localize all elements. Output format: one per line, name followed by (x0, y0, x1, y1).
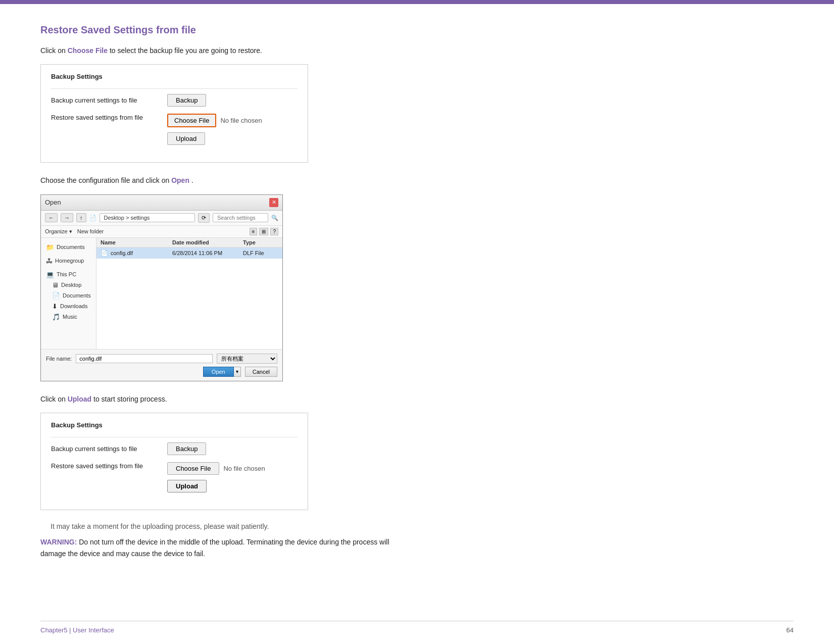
patience-note: It may take a moment for the uploading p… (40, 522, 414, 530)
sidebar-label-documents2: Documents (63, 292, 91, 299)
filetype-select[interactable]: 所有档案 (217, 354, 277, 364)
dialog-help-button[interactable]: ? (270, 228, 278, 235)
instruction-2: Choose the configuration file and click … (40, 175, 414, 186)
dialog-secondary-toolbar: Organize ▾ New folder ≡ ⊞ ? (41, 226, 282, 238)
col-name: Name (101, 239, 172, 245)
sidebar-item-documents[interactable]: 📁 Documents (44, 242, 93, 253)
upload-highlight: Upload (68, 395, 91, 403)
sidebar-label-documents: Documents (57, 244, 85, 250)
section-heading: Restore Saved Settings from file (40, 24, 414, 36)
instruction-1: Click on Choose File to select the backu… (40, 45, 414, 56)
sidebar-label-downloads: Downloads (60, 303, 87, 309)
instruction-3-prefix: Click on (40, 395, 68, 403)
music-icon: 🎵 (52, 313, 60, 321)
desktop-icon: 🖥 (52, 281, 59, 289)
restore-controls-2: Choose File No file chosen Upload (167, 462, 265, 492)
dialog-view-icons: ≡ ⊞ ? (250, 228, 278, 235)
backup-current-label-2: Backup current settings to file (51, 445, 167, 453)
dialog-title-bar: Open ✕ (41, 195, 282, 211)
restore-row-2: Restore saved settings from file Choose … (51, 462, 298, 492)
divider-1 (51, 88, 298, 89)
file-type-config: DLF File (243, 250, 278, 256)
divider-2 (51, 437, 298, 437)
col-type: Type (243, 239, 278, 245)
dialog-cancel-button[interactable]: Cancel (245, 367, 277, 377)
choose-file-button-1[interactable]: Choose File (167, 114, 216, 127)
documents-icon: 📁 (46, 243, 54, 251)
dialog-footer: File name: 所有档案 Open ▾ Cancel (41, 349, 282, 381)
footer-page-number: 64 (787, 626, 794, 634)
sidebar-item-documents2[interactable]: 📄 Documents (44, 290, 93, 301)
open-btn-group: Open ▾ (203, 367, 241, 377)
backup-box-1-title: Backup Settings (51, 73, 298, 80)
sidebar-item-downloads[interactable]: ⬇ Downloads (44, 301, 93, 312)
dialog-sidebar: 📁 Documents 🖧 Homegroup 💻 This PC 🖥 Desk… (41, 238, 96, 349)
choose-file-row-2: Choose File No file chosen (167, 462, 265, 475)
backup-current-row-2: Backup current settings to file Backup (51, 442, 298, 455)
sidebar-item-music[interactable]: 🎵 Music (44, 312, 93, 322)
dialog-open-dropdown[interactable]: ▾ (234, 367, 241, 377)
homegroup-icon: 🖧 (46, 257, 53, 265)
documents2-icon: 📄 (52, 292, 60, 300)
dialog-drive-icon: 📄 (89, 215, 96, 221)
page-footer: Chapter5 | User Interface 64 (40, 621, 794, 634)
instruction-2-prefix: Choose the configuration file and click … (40, 176, 171, 184)
choose-file-highlight-1: Choose File (68, 46, 108, 55)
file-row-config[interactable]: 📄 config.dlf 6/28/2014 11:06 PM DLF File (96, 247, 282, 259)
dialog-footer-filename-row: File name: 所有档案 (46, 354, 277, 364)
warning-body: Do not turn off the device in the middle… (40, 538, 389, 557)
footer-chapter: Chapter5 | User Interface (40, 626, 114, 634)
sidebar-item-homegroup[interactable]: 🖧 Homegroup (44, 256, 93, 266)
backup-box-1: Backup Settings Backup current settings … (40, 64, 308, 163)
dialog-search-input[interactable] (213, 213, 268, 222)
dialog-forward-button[interactable]: → (61, 213, 73, 222)
dialog-footer-buttons-row: Open ▾ Cancel (46, 367, 277, 377)
dialog-details-view-button[interactable]: ⊞ (259, 228, 268, 235)
instruction-2-suffix: . (191, 176, 193, 184)
dialog-organize-button[interactable]: Organize ▾ (45, 228, 72, 235)
backup-controls-2: Backup (167, 442, 206, 455)
dialog-title-text: Open (45, 199, 61, 206)
dialog-open-button[interactable]: Open (203, 367, 234, 377)
choose-file-button-2[interactable]: Choose File (167, 462, 219, 475)
backup-button-2[interactable]: Backup (167, 442, 206, 455)
file-icon-config: 📄 (101, 250, 108, 257)
dialog-file-list: Name Date modified Type 📄 config.dlf 6/2… (96, 238, 282, 349)
top-bar (0, 0, 834, 4)
dialog-up-button[interactable]: ↑ (76, 213, 86, 222)
sidebar-item-desktop[interactable]: 🖥 Desktop (44, 280, 93, 290)
backup-box-2-title: Backup Settings (51, 421, 298, 429)
file-date-config: 6/28/2014 11:06 PM (172, 250, 243, 256)
dialog-close-button[interactable]: ✕ (269, 198, 278, 207)
filename-input[interactable] (76, 354, 213, 363)
filename-label: File name: (46, 356, 72, 362)
upload-button-1[interactable]: Upload (167, 132, 205, 145)
warning-text: WARNING: Do not turn off the device in t… (40, 536, 414, 559)
sidebar-label-thispc: This PC (57, 271, 76, 277)
choose-file-row-1: Choose File No file chosen (167, 114, 262, 127)
dialog-path: Desktop > settings (100, 213, 195, 222)
dialog-refresh-button[interactable]: ⟳ (198, 213, 210, 223)
instruction-1-prefix: Click on (40, 46, 68, 55)
open-highlight: Open (171, 176, 189, 184)
dialog-list-view-button[interactable]: ≡ (250, 228, 258, 235)
backup-box-2: Backup Settings Backup current settings … (40, 413, 308, 510)
sidebar-label-music: Music (63, 314, 77, 320)
backup-controls-1: Backup (167, 94, 206, 107)
dialog-body: 📁 Documents 🖧 Homegroup 💻 This PC 🖥 Desk… (41, 238, 282, 349)
downloads-icon: ⬇ (52, 303, 58, 310)
dialog-back-button[interactable]: ← (45, 213, 58, 222)
dialog-column-headers: Name Date modified Type (96, 238, 282, 247)
no-file-text-2: No file chosen (223, 465, 265, 472)
sidebar-item-thispc[interactable]: 💻 This PC (44, 269, 93, 280)
sidebar-label-homegroup: Homegroup (55, 258, 84, 264)
col-date: Date modified (172, 239, 243, 245)
restore-label-1: Restore saved settings from file (51, 114, 167, 121)
upload-button-2[interactable]: Upload (167, 480, 207, 492)
backup-button-1[interactable]: Backup (167, 94, 206, 107)
dialog-new-folder-button[interactable]: New folder (77, 228, 104, 234)
restore-controls-1: Choose File No file chosen Upload (167, 114, 262, 145)
backup-current-label-1: Backup current settings to file (51, 96, 167, 104)
thispc-icon: 💻 (46, 271, 54, 278)
file-open-dialog: Open ✕ ← → ↑ 📄 Desktop > settings ⟳ 🔍 Or… (40, 194, 283, 381)
